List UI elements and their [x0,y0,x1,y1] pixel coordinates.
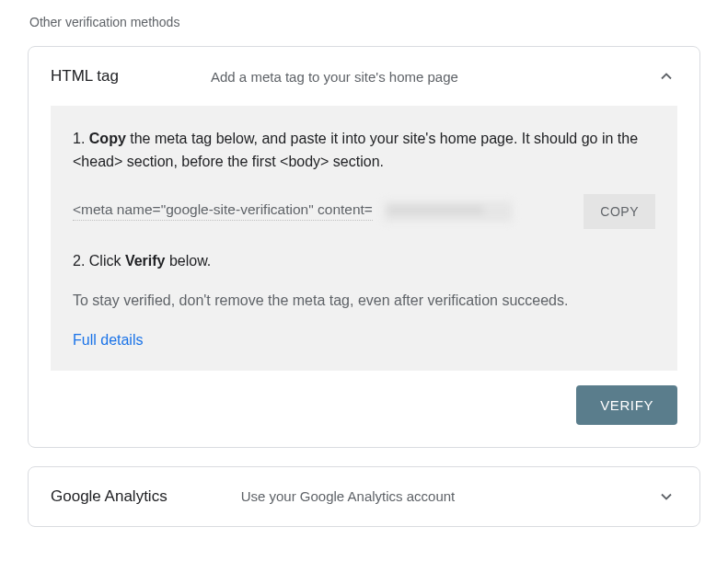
card-footer: VERIFY [29,371,699,447]
verification-card-html-tag: HTML tag Add a meta tag to your site's h… [28,46,700,448]
card-description: Add a meta tag to your site's home page [119,69,655,85]
card-title: HTML tag [51,67,119,86]
meta-tag-row: <meta name="google-site-verification" co… [73,194,655,229]
meta-tag-content-redacted: xxxxxxxxxxxxx [384,201,513,222]
full-details-link[interactable]: Full details [73,332,143,349]
card-header-html-tag[interactable]: HTML tag Add a meta tag to your site's h… [29,47,699,106]
card-description: Use your Google Analytics account [168,488,655,504]
chevron-up-icon [655,65,677,87]
verification-card-google-analytics: Google Analytics Use your Google Analyti… [28,466,700,527]
instruction-step-1: 1. Copy the meta tag below, and paste it… [73,128,655,174]
card-header-google-analytics[interactable]: Google Analytics Use your Google Analyti… [29,467,699,526]
instruction-note: To stay verified, don't remove the meta … [73,290,655,312]
card-title: Google Analytics [51,487,168,506]
copy-button[interactable]: COPY [584,194,655,229]
card-body: 1. Copy the meta tag below, and paste it… [51,106,677,371]
chevron-down-icon [655,486,677,508]
meta-tag-snippet: <meta name="google-site-verification" co… [73,201,373,221]
section-label: Other verification methods [28,0,700,46]
instruction-step-2: 2. Click Verify below. [73,253,655,269]
verify-button[interactable]: VERIFY [576,385,677,425]
